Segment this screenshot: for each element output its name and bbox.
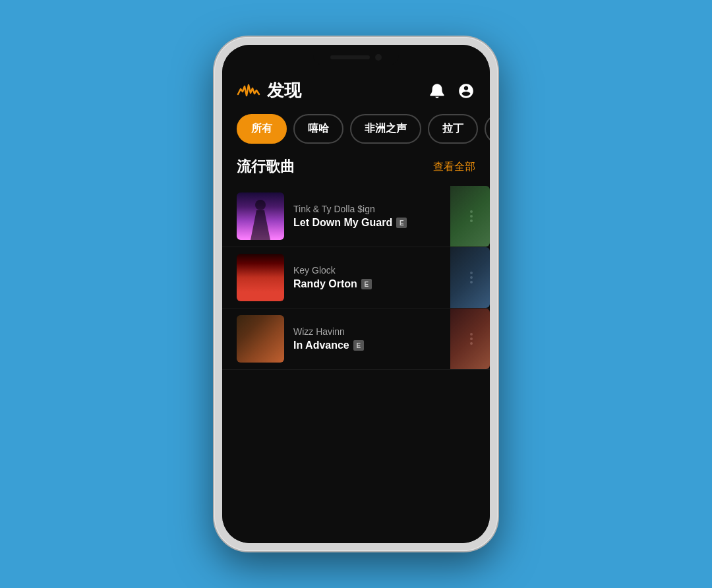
- album-art-3[interactable]: [237, 315, 284, 363]
- song-title-2: Randy Orton: [293, 278, 357, 290]
- album-art-2[interactable]: [237, 254, 284, 301]
- song-artist-1: Tink & Ty Dolla $ign: [293, 204, 458, 214]
- explicit-badge-3: E: [353, 340, 364, 351]
- album-art-1[interactable]: [237, 192, 284, 240]
- explicit-badge-1: E: [396, 218, 407, 228]
- song-list: Tink & Ty Dolla $ign Let Down My Guard E: [222, 186, 490, 370]
- song-artist-2: Key Glock: [293, 265, 458, 276]
- table-row: Wizz Havinn In Advance E: [222, 309, 490, 370]
- song-title-row-3: In Advance E: [293, 339, 458, 351]
- see-all-link[interactable]: 查看全部: [433, 160, 475, 174]
- album-art-right-3: [450, 309, 490, 369]
- phone-shell: 发现: [214, 37, 498, 551]
- filter-tabs: 所有 嘻哈 非洲之声 拉丁 加勒比海: [222, 109, 490, 153]
- table-row: Key Glock Randy Orton E: [222, 247, 490, 309]
- camera-dot: [375, 54, 382, 61]
- header-right: [428, 82, 475, 100]
- song-title-row-1: Let Down My Guard E: [293, 217, 458, 229]
- app-title: 发现: [267, 79, 301, 102]
- song-artist-3: Wizz Havinn: [293, 326, 458, 337]
- album-art-right-1: [450, 186, 490, 247]
- page-background: 发现: [0, 0, 712, 588]
- song-info-2: Key Glock Randy Orton E: [293, 265, 458, 290]
- song-info-3: Wizz Havinn In Advance E: [293, 326, 458, 351]
- notch-bar: [222, 45, 490, 70]
- notch: [313, 49, 399, 65]
- app-header: 发现: [222, 70, 490, 109]
- explicit-badge-2: E: [361, 279, 372, 289]
- filter-tab-latin[interactable]: 拉丁: [428, 114, 478, 144]
- notification-button[interactable]: [428, 82, 446, 100]
- speaker-slot: [330, 55, 370, 59]
- song-title-row-2: Randy Orton E: [293, 278, 458, 290]
- profile-button[interactable]: [457, 82, 475, 100]
- filter-tab-all[interactable]: 所有: [237, 114, 287, 144]
- song-info-1: Tink & Ty Dolla $ign Let Down My Guard E: [293, 204, 458, 229]
- section-title: 流行歌曲: [237, 157, 295, 177]
- section-header: 流行歌曲 查看全部: [222, 153, 490, 186]
- table-row: Tink & Ty Dolla $ign Let Down My Guard E: [222, 186, 490, 247]
- phone-wrapper: 发现: [214, 37, 498, 551]
- app-content: 发现: [222, 70, 490, 543]
- phone-screen: 发现: [222, 45, 490, 543]
- filter-tab-afrobeats[interactable]: 非洲之声: [350, 114, 421, 144]
- album-art-right-2: [450, 247, 490, 308]
- app-logo-icon: [237, 82, 260, 100]
- filter-tab-hiphop[interactable]: 嘻哈: [293, 114, 343, 144]
- song-title-3: In Advance: [293, 339, 349, 351]
- header-left: 发现: [237, 79, 301, 102]
- filter-tab-caribbean[interactable]: 加勒比海: [485, 114, 490, 144]
- song-title-1: Let Down My Guard: [293, 217, 392, 229]
